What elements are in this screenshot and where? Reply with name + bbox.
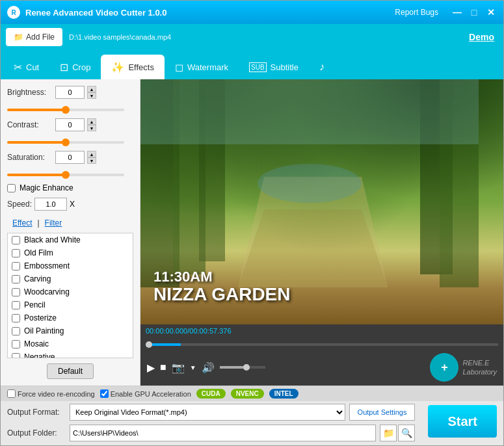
add-file-icon: 📁 <box>14 33 23 42</box>
effect-checkbox-posterize[interactable] <box>12 314 20 322</box>
saturation-spinner: ▲ ▼ <box>87 151 96 164</box>
effect-item-pencil[interactable]: Pencil <box>8 298 133 311</box>
effect-checkbox-bw[interactable] <box>12 236 20 244</box>
effect-item-bw[interactable]: Black and White <box>8 233 133 246</box>
magic-enhance-label: Magic Enhance <box>20 183 73 192</box>
speed-input[interactable] <box>34 198 67 211</box>
search-folder-button[interactable]: 🔍 <box>398 425 415 441</box>
saturation-down[interactable]: ▼ <box>87 157 96 164</box>
effect-item-woodcarving[interactable]: Woodcarving <box>8 285 133 298</box>
effect-tab[interactable]: Effect <box>7 217 37 229</box>
effect-label-bw: Black and White <box>24 235 81 244</box>
tab-bar: ✂ Cut ⊡ Crop ✨ Effects ◻ Watermark SUB S… <box>1 50 503 79</box>
contrast-up[interactable]: ▲ <box>87 118 96 125</box>
renee-logo: + RENE.ELaboratory <box>430 353 497 382</box>
play-button[interactable]: ▶ <box>147 361 155 374</box>
tab-cut-label: Cut <box>26 62 39 72</box>
output-folder-input[interactable] <box>70 425 376 441</box>
tab-cut[interactable]: ✂ Cut <box>3 55 49 79</box>
effect-label-oil: Oil Painting <box>24 326 64 335</box>
effect-checkbox-oldfilm[interactable] <box>12 249 20 257</box>
enable-gpu-label[interactable]: Enable GPU Acceleration <box>100 389 191 398</box>
screenshot-dropdown[interactable]: ▼ <box>190 364 196 371</box>
enable-gpu-checkbox[interactable] <box>100 389 109 398</box>
magic-enhance-checkbox[interactable] <box>7 184 16 192</box>
app-icon: R <box>7 6 20 19</box>
effect-checkbox-negative[interactable] <box>12 353 20 359</box>
speed-unit: X <box>70 200 75 209</box>
speed-row: Speed: X <box>7 198 133 211</box>
maximize-button[interactable]: □ <box>468 7 480 18</box>
contrast-input[interactable] <box>55 118 85 131</box>
effect-checkbox-oil[interactable] <box>12 327 20 335</box>
effect-item-posterize[interactable]: Posterize <box>8 311 133 324</box>
effect-checkbox-pencil[interactable] <box>12 301 20 309</box>
time-bar: 00:00:00.000 / 00:00:57.376 <box>140 324 503 337</box>
saturation-slider[interactable] <box>7 174 124 176</box>
output-format-select[interactable]: Keep Original Video Format(*.mp4) <box>70 404 345 421</box>
toolbar: 📁 Add File D:\1.video samples\canada.mp4… <box>1 24 503 50</box>
tab-crop[interactable]: ⊡ Crop <box>49 55 101 79</box>
effect-label-woodcarving: Woodcarving <box>24 287 70 296</box>
svg-marker-6 <box>238 209 388 287</box>
saturation-slider-row <box>7 169 133 178</box>
video-time-overlay: 11:30AM <box>153 269 212 285</box>
tab-subtitle-label: Subtitle <box>271 62 298 72</box>
effect-item-oil[interactable]: Oil Painting <box>8 324 133 337</box>
effect-label-negative: Negative <box>24 352 55 358</box>
main-content: Brightness: ▲ ▼ Contrast: ▲ ▼ <box>1 79 503 386</box>
effect-item-oldfilm[interactable]: Old Film <box>8 246 133 259</box>
brightness-down[interactable]: ▼ <box>87 92 96 99</box>
effect-label-oldfilm: Old Film <box>24 248 53 257</box>
effect-checkbox-embossment[interactable] <box>12 262 20 270</box>
effect-label-posterize: Posterize <box>24 313 57 322</box>
saturation-up[interactable]: ▲ <box>87 151 96 157</box>
report-bugs-link[interactable]: Report Bugs <box>395 8 438 17</box>
effect-item-negative[interactable]: Negative <box>8 350 133 358</box>
stop-button[interactable]: ■ <box>160 361 166 373</box>
brightness-label: Brightness: <box>7 88 53 97</box>
browse-folder-button[interactable]: 📁 <box>380 425 397 441</box>
minimize-button[interactable]: — <box>451 7 463 18</box>
effect-checkbox-mosaic[interactable] <box>12 340 20 348</box>
contrast-down[interactable]: ▼ <box>87 125 96 131</box>
effect-label-mosaic: Mosaic <box>24 339 49 348</box>
screenshot-button[interactable]: 📷 <box>172 361 185 374</box>
effect-checkbox-woodcarving[interactable] <box>12 288 20 296</box>
tab-watermark[interactable]: ◻ Watermark <box>165 55 239 79</box>
saturation-input[interactable] <box>55 151 85 164</box>
start-button[interactable]: Start <box>428 405 497 438</box>
bottom-bar: Force video re-encoding Enable GPU Accel… <box>1 386 503 445</box>
brightness-input[interactable] <box>55 86 85 99</box>
volume-slider[interactable] <box>220 366 265 369</box>
add-file-button[interactable]: 📁 Add File <box>6 28 62 46</box>
contrast-row: Contrast: ▲ ▼ <box>7 118 133 131</box>
output-settings-button[interactable]: Output Settings <box>349 404 416 421</box>
brightness-up[interactable]: ▲ <box>87 86 96 92</box>
effect-checkbox-carving[interactable] <box>12 275 20 283</box>
renee-logo-text: RENE.ELaboratory <box>462 358 497 377</box>
tab-effects[interactable]: ✨ Effects <box>101 55 165 79</box>
volume-button[interactable]: 🔊 <box>202 361 215 374</box>
output-section: Output Format: Keep Original Video Forma… <box>1 401 503 445</box>
effect-item-carving[interactable]: Carving <box>8 272 133 285</box>
speed-label: Speed: <box>7 200 32 209</box>
effect-item-mosaic[interactable]: Mosaic <box>8 337 133 350</box>
time-slider[interactable] <box>146 343 498 346</box>
filter-tab[interactable]: Filter <box>40 217 68 229</box>
effect-item-embossment[interactable]: Embossment <box>8 259 133 272</box>
main-window: R Renee Advanced Video Cutter 1.0.0 Repo… <box>0 0 504 446</box>
intel-badge: INTEL <box>269 389 298 399</box>
brightness-slider[interactable] <box>7 109 124 111</box>
magic-enhance-row: Magic Enhance <box>7 183 133 192</box>
close-button[interactable]: ✕ <box>485 7 497 18</box>
tab-effects-label: Effects <box>128 62 154 72</box>
tab-subtitle[interactable]: SUB Subtitle <box>239 55 309 79</box>
demo-button[interactable]: Demo <box>469 32 494 42</box>
contrast-slider[interactable] <box>7 141 124 144</box>
cut-icon: ✂ <box>14 61 22 73</box>
force-reencoding-label[interactable]: Force video re-encoding <box>7 389 95 398</box>
tab-audio[interactable]: ♪ <box>309 55 335 79</box>
default-button[interactable]: Default <box>47 363 94 379</box>
force-reencoding-checkbox[interactable] <box>7 389 16 398</box>
